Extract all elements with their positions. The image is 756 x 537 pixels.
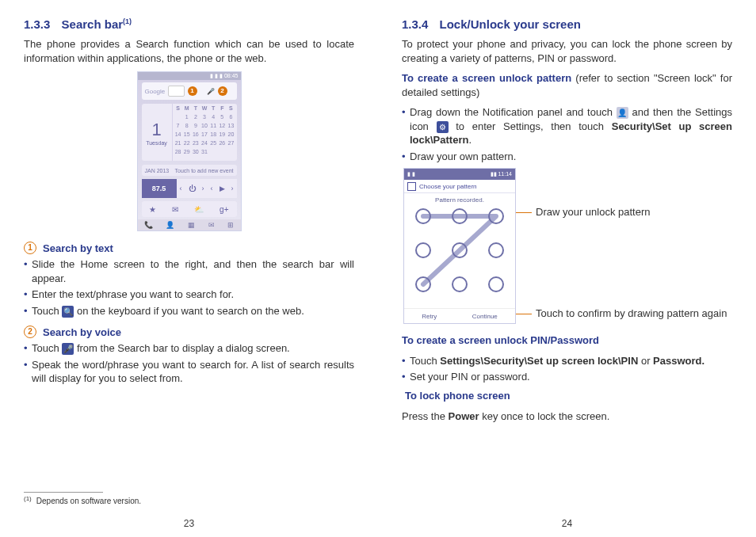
- subhead-lock-screen: To lock phone screen: [405, 389, 732, 403]
- pattern-figure: ▮ ▮▮▮ 11:14 Choose your pattern Pattern …: [403, 168, 516, 324]
- thumb-calendar: 1Tuesday SMTWTFS123456789101112131415161…: [142, 104, 237, 161]
- home-screen-figure: ▮ ▮ ▮ 08:45 Google 1 🎤 2 1Tuesday SMTWTF…: [24, 71, 354, 234]
- page-right: 1.3.4 Lock/Unlock your screen To protect…: [378, 0, 756, 537]
- page-left: 1.3.3 Search bar(1) The phone provides a…: [0, 0, 378, 537]
- numbered-badge-1: 1: [24, 242, 36, 254]
- profile-icon: 👤: [617, 107, 628, 119]
- pattern-figure-with-annotations: ▮ ▮▮▮ 11:14 Choose your pattern Pattern …: [402, 168, 732, 324]
- retry-button[interactable]: Retry: [422, 313, 437, 320]
- pattern-grid: [412, 207, 507, 294]
- subhead-create-pin: To create a screen unlock PIN/Password: [402, 333, 732, 348]
- list-item: Enter the text/phrase you want to search…: [24, 288, 354, 302]
- pattern-statusbar: ▮ ▮▮▮ 11:14: [404, 169, 515, 180]
- pattern-footer: Retry Continue: [404, 308, 515, 323]
- continue-button[interactable]: Continue: [472, 313, 498, 320]
- list-item: Slide the Home screen to the right, and …: [24, 257, 354, 285]
- list-item: Touch 🎤 from the Search bar to display a…: [24, 341, 354, 356]
- section-title: Search bar: [62, 17, 124, 31]
- section-intro: The phone provides a Search function whi…: [24, 37, 354, 65]
- list-item: Draw your own pattern.: [402, 150, 732, 164]
- list-item: Drag down the Notification panel and tou…: [402, 105, 732, 147]
- page-number: 23: [0, 518, 378, 529]
- bullets-search-by-voice: Touch 🎤 from the Search bar to display a…: [24, 341, 354, 386]
- section-intro: To protect your phone and privacy, you c…: [402, 37, 732, 65]
- page-number: 24: [378, 518, 756, 529]
- section-heading-1-3-3: 1.3.3 Search bar(1): [24, 17, 354, 31]
- thumb-search-bar: Google 1 🎤 2: [142, 82, 237, 100]
- list-item: Touch 🔍 on the keyboard if you want to s…: [24, 304, 354, 318]
- thumb-app-row: ★✉⛅g+: [142, 201, 237, 217]
- section-number: 1.3.4: [402, 17, 428, 31]
- annotation-draw-pattern: Draw your unlock pattern: [516, 206, 727, 218]
- bullets-create-pattern: Drag down the Notification panel and tou…: [402, 105, 732, 163]
- section-number: 1.3.3: [24, 17, 50, 31]
- search-icon: 🔍: [62, 306, 74, 318]
- list-item: Speak the word/phrase you want to search…: [24, 358, 354, 386]
- bullets-create-pin: Touch Settings\Security\Set up screen lo…: [402, 354, 732, 384]
- lock-screen-body: Press the Power key once to lock the scr…: [402, 409, 732, 424]
- footnote: (1)Depends on software version.: [24, 492, 141, 505]
- list-item: Set your PIN or password.: [402, 370, 732, 384]
- footnote-ref: (1): [123, 17, 132, 25]
- create-pattern-line: To create a screen unlock pattern (refer…: [402, 71, 732, 99]
- subhead-search-by-voice: 2 Search by voice: [24, 326, 354, 338]
- subhead-search-by-text: 1 Search by text: [24, 242, 354, 254]
- microphone-icon: 🎤: [62, 343, 74, 355]
- pattern-header: Choose your pattern: [404, 180, 515, 193]
- numbered-badge-2: 2: [24, 326, 36, 338]
- bullets-search-by-text: Slide the Home screen to the right, and …: [24, 257, 354, 318]
- annotation-confirm: Touch to confirm by drawing pattern agai…: [516, 307, 727, 319]
- thumb-radio-bar: 87.5 ‹⏻›‹▶›: [142, 179, 237, 198]
- thumb-info-bar: JAN 2013Touch to add new event: [142, 165, 237, 176]
- pattern-subtext: Pattern recorded.: [404, 193, 515, 207]
- list-item: Touch Settings\Security\Set up screen lo…: [402, 354, 732, 368]
- callout-two-icon: 2: [218, 86, 227, 96]
- thumb-dock: 📞👤▦✉⊞: [138, 219, 241, 230]
- phone-thumbnail: ▮ ▮ ▮ 08:45 Google 1 🎤 2 1Tuesday SMTWTF…: [137, 71, 242, 231]
- settings-icon: ⚙: [437, 121, 449, 133]
- section-heading-1-3-4: 1.3.4 Lock/Unlock your screen: [402, 17, 732, 31]
- callout-one-icon: 1: [188, 86, 197, 96]
- thumb-statusbar: ▮ ▮ ▮ 08:45: [138, 72, 241, 80]
- section-title: Lock/Unlock your screen: [440, 17, 581, 31]
